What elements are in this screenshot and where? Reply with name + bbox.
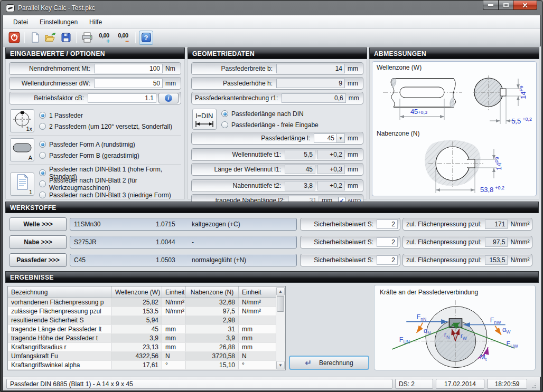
scroll-down-button[interactable]: ▼ [276,361,285,369]
group-passfeder-form: A Passfeder Form A (rundstirnig) Passfed… [9,135,181,164]
statusbar: Passfeder DIN 6885 (Blatt 1) - A 14 x 9 … [3,377,540,390]
scroll-up-button[interactable]: ▲ [276,287,285,295]
save-button[interactable] [59,31,73,45]
exit-button[interactable] [7,31,21,45]
nabenzone-value: 15,10 [186,361,239,369]
decimal-add-button[interactable]: 0,00 + [95,31,113,45]
field-wellennuttiefe: Wellennuttiefe t1: 5,5 +0,2 mm [191,148,363,161]
welle-material-button[interactable]: Welle >>> [10,217,67,231]
column-header[interactable]: Bezeichnung [8,286,112,298]
toolbar-separator [135,32,136,43]
field-label: Passfederlänge l: [195,135,314,142]
material-treatment: normalgeglüht (+N) [192,256,296,264]
field-nenndrehmoment: Nenndrehmoment Mt: 100 Nm [9,62,181,75]
werkstoff-row-passfeder: Passfeder >>> C45 1.0503 normalgeglüht (… [10,253,532,267]
column-header[interactable]: Wellenzone (W) [112,286,162,298]
din-blatt-icon: 1 [10,173,34,196]
option-din-blatt-3[interactable]: Passfeder nach DIN-Blatt 3 (niedrige For… [39,189,180,200]
wellenzone-value: 25,82 [112,298,162,307]
nabenzone-drawing: 14P9 53,8+0,2 [375,137,533,196]
status-ds: DS: 2 [395,379,433,389]
option-laenge-frei[interactable]: Passfederlänge - freie Eingabe [221,119,319,130]
option-form-a[interactable]: Passfeder Form A (rundstirnig) [39,139,139,150]
table-row[interactable]: Kraftangriffsradius r 23,13 mm 26,88 mm [8,343,285,352]
menu-hilfe[interactable]: Hilfe [83,16,108,28]
table-row[interactable]: zulässige Flächenpressung pzul 153,5 N/m… [8,307,285,316]
column-header[interactable]: Einheit [239,286,264,298]
titlebar[interactable]: Parallel Key Calc - Test.pkc [3,1,540,15]
key-count-icon: 1x [10,109,34,132]
print-button[interactable] [80,31,94,45]
option-label: Passfeder Form B (geradstirnig) [49,152,139,159]
force-diagram: FnN FnW FUN FUW αN αW rN rW Mt [380,297,531,369]
app-icon [6,4,15,12]
table-row[interactable]: tragende Länge der Passfeder lt 45 mm 31… [8,325,285,334]
field-label: zul. Flächenpressung pzul: [406,238,485,246]
radio-icon [39,169,46,176]
nabenzone-value: 97,5 [186,307,239,315]
welle-sicherheit-input[interactable]: 2 [377,219,398,229]
column-header[interactable]: Einheit [162,286,186,298]
key-form-icon: A [10,138,34,161]
key-shape-icon [11,139,34,157]
nabe-material-button[interactable]: Nabe >>> [10,235,67,249]
table-row[interactable]: Kraftangriffswinkel alpha 17,61 ° 15,10 … [8,361,285,370]
window-title: Parallel Key Calc - Test.pkc [18,4,95,12]
einheit-value: mm [162,334,186,342]
maximize-button[interactable] [499,1,513,10]
option-1-passfeder[interactable]: 1 Passfeder [39,110,172,121]
passfeder-sicherheit-input[interactable]: 2 [377,255,398,265]
table-row[interactable]: resultierende Sicherheit S 5,94 2,98 [8,316,285,325]
group-passfederlaenge: l=DIN Passfederlänge nach DIN [191,107,363,132]
table-row[interactable]: tragende Höhe der Passfeder t 3,9 mm 3,9… [8,334,285,343]
minimize-button[interactable] [483,1,499,10]
open-folder-icon [45,32,57,43]
help-button[interactable]: ? [139,31,153,45]
nabe-material-field: S275JR 1.0044 - [70,236,297,248]
option-form-b[interactable]: Passfeder Form B (geradstirnig) [39,150,139,161]
new-file-button[interactable] [28,31,42,45]
menu-datei[interactable]: Datei [7,16,34,28]
passfederlaenge-dropdown-button[interactable]: ▼ [337,133,345,143]
betriebsfaktor-info-button[interactable]: i [158,93,179,103]
passfeder-sicherheit-field: Sicherheitsbeiwert S: 2 [300,254,400,266]
maximize-icon [503,3,509,7]
wellenzone-value: 3,9 [112,334,162,342]
scrollbar-track[interactable] [276,312,285,361]
table-row[interactable]: vorhandenen Flächenpressung p 25,82 N/mm… [8,298,285,307]
drawing-box: Wellenzone (W) [372,61,537,196]
betriebsfaktor-input[interactable]: 1.1 [88,93,156,103]
einheit-value: N/mm² [162,298,186,307]
table-row[interactable]: Umfangskraft Fu 4322,56 N 3720,58 N [8,352,285,361]
field-unit: mm [345,151,361,158]
field-label: zul. Flächenpressung pzul: [406,256,485,264]
table-scrollbar[interactable]: ▲ ▼ [276,287,285,369]
passfederlaenge-input[interactable]: 45 [314,133,337,143]
wellenzone-drawing: 45+0,3 14P9 [375,71,533,127]
nenndrehmoment-input[interactable]: 100 [94,64,163,73]
resize-grip[interactable] [530,383,537,389]
scrollbar-thumb[interactable] [277,296,284,312]
open-file-button[interactable] [43,31,58,45]
row-label: Kraftangriffsradius r [8,343,112,351]
nabe-sicherheit-input[interactable]: 2 [377,237,398,247]
berechnung-button[interactable]: ↵ Berechnung [289,356,369,370]
wellendurchmesser-input[interactable]: 50 [94,79,163,88]
print-icon [81,32,93,43]
decimal-remove-button[interactable]: 0,00 − [114,31,132,45]
column-header[interactable]: Nabenzone (N) [186,286,239,298]
shaft-cross-section-icon [11,110,34,128]
close-button[interactable] [513,1,537,10]
passfeder-material-button[interactable]: Passfeder >>> [10,253,67,267]
results-table: Bezeichnung Wellenzone (W) Einheit Naben… [7,286,286,370]
return-icon: ↵ [305,358,312,368]
icon-caption: 1 [29,189,32,195]
menu-einstellungen[interactable]: Einstellungen [34,16,83,28]
option-laenge-din[interactable]: Passfederlänge nach DIN [221,108,319,119]
toolbar-separator [76,32,77,43]
option-din-blatt-2[interactable]: Passfeder nach DIN-Blatt 2 (für Werkzeug… [39,178,180,189]
passfederbreite-value: 14 [276,64,345,73]
option-2-passfedern[interactable]: 2 Passfedern (um 120° versetzt, Sonderfa… [39,121,172,132]
field-kantenbrechung: Passfederkantenbrechung r1: 0,6 mm [191,92,363,104]
row-label: tragende Länge der Passfeder lt [8,325,112,333]
